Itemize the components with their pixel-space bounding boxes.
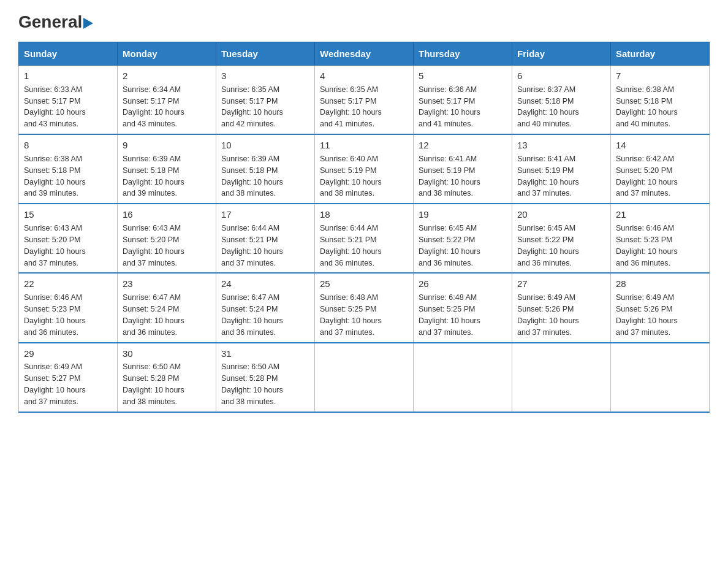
day-number: 2 (123, 69, 211, 83)
logo-general-text: General (18, 12, 82, 32)
day-info: Sunrise: 6:49 AMSunset: 5:26 PMDaylight:… (616, 293, 678, 337)
weekday-header-sunday: Sunday (19, 42, 118, 66)
day-info: Sunrise: 6:37 AMSunset: 5:18 PMDaylight:… (517, 85, 579, 129)
calendar-cell: 28 Sunrise: 6:49 AMSunset: 5:26 PMDaylig… (611, 273, 710, 342)
calendar-cell: 24 Sunrise: 6:47 AMSunset: 5:24 PMDaylig… (216, 273, 315, 342)
day-info: Sunrise: 6:45 AMSunset: 5:22 PMDaylight:… (517, 224, 579, 267)
day-info: Sunrise: 6:45 AMSunset: 5:22 PMDaylight:… (419, 224, 480, 267)
day-number: 8 (24, 139, 112, 152)
calendar-cell: 16 Sunrise: 6:43 AMSunset: 5:20 PMDaylig… (118, 204, 216, 273)
calendar-cell: 12 Sunrise: 6:41 AMSunset: 5:19 PMDaylig… (414, 134, 512, 204)
day-number: 23 (123, 277, 211, 291)
day-number: 27 (517, 277, 605, 291)
weekday-header-thursday: Thursday (414, 42, 512, 66)
day-info: Sunrise: 6:39 AMSunset: 5:18 PMDaylight:… (123, 155, 184, 198)
calendar-cell (512, 343, 611, 412)
calendar-cell: 30 Sunrise: 6:50 AMSunset: 5:28 PMDaylig… (118, 343, 216, 412)
day-number: 31 (221, 347, 309, 361)
calendar-cell (315, 343, 414, 412)
day-number: 7 (616, 69, 704, 83)
calendar-cell: 23 Sunrise: 6:47 AMSunset: 5:24 PMDaylig… (118, 273, 216, 342)
day-info: Sunrise: 6:41 AMSunset: 5:19 PMDaylight:… (517, 155, 579, 198)
day-number: 29 (24, 347, 112, 361)
logo-triangle-icon (83, 18, 93, 29)
day-info: Sunrise: 6:46 AMSunset: 5:23 PMDaylight:… (24, 293, 86, 337)
weekday-header-monday: Monday (118, 42, 216, 66)
day-info: Sunrise: 6:49 AMSunset: 5:26 PMDaylight:… (517, 293, 579, 337)
day-number: 28 (616, 277, 704, 291)
day-number: 11 (320, 139, 408, 152)
calendar-cell: 7 Sunrise: 6:38 AMSunset: 5:18 PMDayligh… (611, 66, 710, 135)
weekday-header-tuesday: Tuesday (216, 42, 315, 66)
calendar-table: SundayMondayTuesdayWednesdayThursdayFrid… (18, 42, 710, 413)
day-info: Sunrise: 6:41 AMSunset: 5:19 PMDaylight:… (419, 155, 480, 198)
calendar-cell: 1 Sunrise: 6:33 AMSunset: 5:17 PMDayligh… (19, 66, 118, 135)
calendar-cell: 29 Sunrise: 6:49 AMSunset: 5:27 PMDaylig… (19, 343, 118, 412)
calendar-cell: 31 Sunrise: 6:50 AMSunset: 5:28 PMDaylig… (216, 343, 315, 412)
day-number: 30 (123, 347, 211, 361)
day-number: 4 (320, 69, 408, 83)
calendar-week-1: 1 Sunrise: 6:33 AMSunset: 5:17 PMDayligh… (19, 66, 710, 135)
day-number: 18 (320, 208, 408, 221)
day-number: 12 (419, 139, 507, 152)
day-info: Sunrise: 6:50 AMSunset: 5:28 PMDaylight:… (221, 362, 283, 406)
day-info: Sunrise: 6:48 AMSunset: 5:25 PMDaylight:… (320, 293, 382, 337)
day-number: 1 (24, 69, 112, 83)
day-number: 20 (517, 208, 605, 221)
day-number: 16 (123, 208, 211, 221)
calendar-cell: 8 Sunrise: 6:38 AMSunset: 5:18 PMDayligh… (19, 134, 118, 204)
day-number: 6 (517, 69, 605, 83)
calendar-cell: 15 Sunrise: 6:43 AMSunset: 5:20 PMDaylig… (19, 204, 118, 273)
day-number: 25 (320, 277, 408, 291)
calendar-cell: 17 Sunrise: 6:44 AMSunset: 5:21 PMDaylig… (216, 204, 315, 273)
day-number: 9 (123, 139, 211, 152)
day-number: 26 (419, 277, 507, 291)
calendar-cell: 27 Sunrise: 6:49 AMSunset: 5:26 PMDaylig… (512, 273, 611, 342)
day-info: Sunrise: 6:46 AMSunset: 5:23 PMDaylight:… (616, 224, 678, 267)
calendar-cell: 20 Sunrise: 6:45 AMSunset: 5:22 PMDaylig… (512, 204, 611, 273)
calendar-cell: 11 Sunrise: 6:40 AMSunset: 5:19 PMDaylig… (315, 134, 414, 204)
day-number: 22 (24, 277, 112, 291)
day-info: Sunrise: 6:35 AMSunset: 5:17 PMDaylight:… (221, 85, 283, 129)
calendar-cell: 25 Sunrise: 6:48 AMSunset: 5:25 PMDaylig… (315, 273, 414, 342)
calendar-cell: 9 Sunrise: 6:39 AMSunset: 5:18 PMDayligh… (118, 134, 216, 204)
day-info: Sunrise: 6:47 AMSunset: 5:24 PMDaylight:… (123, 293, 184, 337)
weekday-header-friday: Friday (512, 42, 611, 66)
day-info: Sunrise: 6:50 AMSunset: 5:28 PMDaylight:… (123, 362, 184, 406)
day-info: Sunrise: 6:43 AMSunset: 5:20 PMDaylight:… (123, 224, 184, 267)
day-number: 14 (616, 139, 704, 152)
day-number: 15 (24, 208, 112, 221)
calendar-week-3: 15 Sunrise: 6:43 AMSunset: 5:20 PMDaylig… (19, 204, 710, 273)
day-number: 19 (419, 208, 507, 221)
day-info: Sunrise: 6:48 AMSunset: 5:25 PMDaylight:… (419, 293, 480, 337)
calendar-cell: 22 Sunrise: 6:46 AMSunset: 5:23 PMDaylig… (19, 273, 118, 342)
logo: General (18, 12, 93, 29)
day-info: Sunrise: 6:34 AMSunset: 5:17 PMDaylight:… (123, 85, 184, 129)
calendar-week-4: 22 Sunrise: 6:46 AMSunset: 5:23 PMDaylig… (19, 273, 710, 342)
calendar-cell: 21 Sunrise: 6:46 AMSunset: 5:23 PMDaylig… (611, 204, 710, 273)
calendar-cell: 4 Sunrise: 6:35 AMSunset: 5:17 PMDayligh… (315, 66, 414, 135)
weekday-header-wednesday: Wednesday (315, 42, 414, 66)
day-info: Sunrise: 6:35 AMSunset: 5:17 PMDaylight:… (320, 85, 382, 129)
page-header: General (18, 12, 710, 29)
calendar-cell: 26 Sunrise: 6:48 AMSunset: 5:25 PMDaylig… (414, 273, 512, 342)
day-info: Sunrise: 6:44 AMSunset: 5:21 PMDaylight:… (320, 224, 382, 267)
calendar-cell: 14 Sunrise: 6:42 AMSunset: 5:20 PMDaylig… (611, 134, 710, 204)
day-info: Sunrise: 6:39 AMSunset: 5:18 PMDaylight:… (221, 155, 283, 198)
calendar-week-5: 29 Sunrise: 6:49 AMSunset: 5:27 PMDaylig… (19, 343, 710, 412)
day-info: Sunrise: 6:42 AMSunset: 5:20 PMDaylight:… (616, 155, 678, 198)
day-info: Sunrise: 6:36 AMSunset: 5:17 PMDaylight:… (419, 85, 480, 129)
day-number: 3 (221, 69, 309, 83)
day-info: Sunrise: 6:33 AMSunset: 5:17 PMDaylight:… (24, 85, 86, 129)
calendar-cell (611, 343, 710, 412)
day-info: Sunrise: 6:38 AMSunset: 5:18 PMDaylight:… (616, 85, 678, 129)
calendar-cell: 3 Sunrise: 6:35 AMSunset: 5:17 PMDayligh… (216, 66, 315, 135)
day-number: 17 (221, 208, 309, 221)
day-info: Sunrise: 6:49 AMSunset: 5:27 PMDaylight:… (24, 362, 86, 406)
day-number: 5 (419, 69, 507, 83)
day-info: Sunrise: 6:47 AMSunset: 5:24 PMDaylight:… (221, 293, 283, 337)
day-number: 10 (221, 139, 309, 152)
day-number: 21 (616, 208, 704, 221)
calendar-week-2: 8 Sunrise: 6:38 AMSunset: 5:18 PMDayligh… (19, 134, 710, 204)
calendar-cell: 6 Sunrise: 6:37 AMSunset: 5:18 PMDayligh… (512, 66, 611, 135)
